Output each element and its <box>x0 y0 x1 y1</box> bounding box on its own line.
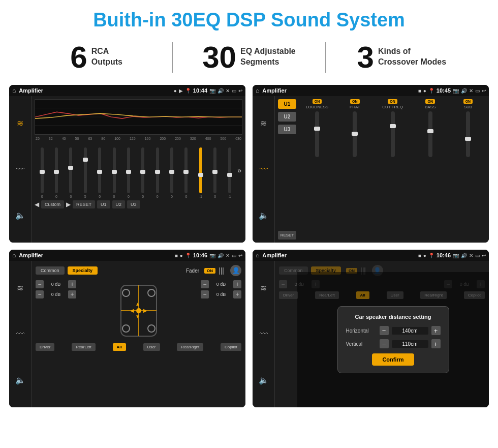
back-icon-4[interactable]: ↩ <box>482 253 486 258</box>
eq-slider-1[interactable]: 0 <box>36 147 48 198</box>
freq-400: 400 <box>205 137 211 140</box>
vertical-minus[interactable]: − <box>380 339 389 348</box>
bass-label: BASS <box>425 105 435 109</box>
eq-slider-4[interactable]: 5 <box>79 147 91 198</box>
db-plus-fr[interactable]: + <box>233 280 241 288</box>
wave-icon-4[interactable]: 〰 <box>260 330 268 339</box>
all-btn-3[interactable]: All <box>113 343 126 351</box>
confirm-button[interactable]: Confirm <box>372 353 414 366</box>
wave-icon-1[interactable]: 〰 <box>16 165 24 174</box>
eq-content-1: 25 32 40 50 63 80 100 125 160 200 250 32… <box>32 96 245 243</box>
eq-graph-svg <box>35 100 242 134</box>
status-icons-4: ■ ● 📍 10:46 📷 🔊 ✕ ▭ ↩ <box>418 252 486 258</box>
rearleft-btn-3[interactable]: RearLeft <box>72 343 96 351</box>
db-value-fl: 0 dB <box>46 282 66 287</box>
crossover-channels: ON LOUDNESS ON PHAT ON CUT FREQ ON BASS <box>299 99 486 240</box>
home-icon-4[interactable]: ⌂ <box>256 252 259 259</box>
left-sidebar-1: ≋ 〰 🔈 <box>9 96 32 243</box>
home-icon-2[interactable]: ⌂ <box>256 87 259 94</box>
eq-icon-1[interactable]: ≋ <box>17 118 23 128</box>
vertical-plus[interactable]: + <box>431 339 441 348</box>
eq-slider-11[interactable]: 0 <box>180 147 193 198</box>
eq-slider-9[interactable]: 0 <box>151 147 164 198</box>
wave-icon-2[interactable]: 〰 <box>260 165 268 174</box>
freq-25: 25 <box>36 137 40 140</box>
horizontal-plus[interactable]: + <box>431 326 441 335</box>
horizontal-value: 140cm <box>392 327 428 335</box>
u2-btn-1[interactable]: U2 <box>112 200 126 208</box>
u1-btn-2[interactable]: U1 <box>278 99 296 109</box>
eq-graph <box>35 99 242 135</box>
dot-icon-2: ■ <box>418 88 421 94</box>
db-minus-fr[interactable]: − <box>201 280 209 288</box>
horizontal-minus[interactable]: − <box>380 326 389 335</box>
copilot-btn-3[interactable]: Copilot <box>221 343 241 351</box>
expand-icon-1[interactable]: » <box>237 166 241 174</box>
rearright-btn-3[interactable]: RearRight <box>177 343 203 351</box>
back-icon-2[interactable]: ↩ <box>482 88 486 94</box>
db-value-rr: 0 dB <box>211 292 231 297</box>
vol-icon-2: 🔊 <box>461 88 467 94</box>
home-icon-3[interactable]: ⌂ <box>12 252 16 259</box>
freq-63: 63 <box>88 137 92 140</box>
speaker-icon-3[interactable]: 🔈 <box>15 375 25 385</box>
rearleft-btn-4[interactable]: RearLeft <box>315 291 339 299</box>
eq-slider-14[interactable]: -1 <box>223 147 236 198</box>
u1-btn-1[interactable]: U1 <box>97 200 110 208</box>
driver-btn-4[interactable]: Driver <box>279 291 298 299</box>
back-icon-3[interactable]: ↩ <box>238 253 242 258</box>
next-arrow-1[interactable]: ▶ <box>66 201 71 208</box>
db-minus-rr[interactable]: − <box>201 290 209 298</box>
freq-500: 500 <box>220 137 226 140</box>
status-icons-2: ■ ● 📍 10:45 📷 🔊 ✕ ▭ ↩ <box>418 87 486 94</box>
user-btn-4[interactable]: User <box>387 291 403 299</box>
custom-btn[interactable]: Custom <box>41 200 64 208</box>
eq-slider-3[interactable]: 0 <box>65 147 77 198</box>
copilot-btn-4[interactable]: Copilot <box>464 291 485 299</box>
screen1-title: Amplifier <box>19 87 171 94</box>
u3-btn-1[interactable]: U3 <box>127 200 140 208</box>
eq-slider-12[interactable]: -1 <box>194 147 207 198</box>
driver-btn-3[interactable]: Driver <box>36 343 54 351</box>
db-plus-rr[interactable]: + <box>233 290 241 298</box>
speaker-icon-4[interactable]: 🔈 <box>259 375 269 385</box>
svg-point-9 <box>122 325 130 332</box>
speaker-icon-1[interactable]: 🔈 <box>15 211 25 220</box>
u2-btn-2[interactable]: U2 <box>278 112 296 122</box>
eq-slider-2[interactable]: 0 <box>50 147 63 198</box>
db-minus-rl[interactable]: − <box>36 290 44 298</box>
user-btn-3[interactable]: User <box>143 343 160 351</box>
eq-icon-3[interactable]: ≋ <box>17 283 23 293</box>
specialty-tab-3[interactable]: Specialty <box>68 266 98 275</box>
u3-btn-2[interactable]: U3 <box>278 125 296 134</box>
svg-point-10 <box>148 325 155 332</box>
back-icon-1[interactable]: ↩ <box>238 88 242 94</box>
eq-slider-8[interactable]: 0 <box>137 147 149 198</box>
db-plus-fl[interactable]: + <box>68 280 76 288</box>
prev-arrow-1[interactable]: ◀ <box>35 201 39 208</box>
db-value-fr: 0 dB <box>211 282 231 287</box>
stat-text-crossover: Kinds ofCrossover Modes <box>378 42 446 68</box>
play-icon-1: ▶ <box>179 88 183 94</box>
eq-slider-6[interactable]: 0 <box>108 147 120 198</box>
home-icon-1[interactable]: ⌂ <box>12 87 16 94</box>
speaker-icon-2[interactable]: 🔈 <box>259 211 269 220</box>
eq-icon-2[interactable]: ≋ <box>260 118 267 128</box>
rearright-btn-4[interactable]: RearRight <box>420 291 447 299</box>
eq-slider-5[interactable]: 0 <box>94 147 106 198</box>
x-icon-1: ✕ <box>226 88 230 94</box>
freq-32: 32 <box>49 137 53 140</box>
fader-bottom-bar: Driver RearLeft All User RearRight Copil… <box>36 343 241 351</box>
db-plus-rl[interactable]: + <box>68 290 76 298</box>
db-minus-fl[interactable]: − <box>36 280 44 288</box>
all-btn-4[interactable]: All <box>356 291 369 299</box>
reset-btn-1[interactable]: RESET <box>73 200 95 208</box>
eq-icon-4[interactable]: ≋ <box>260 283 267 293</box>
fader-content: Common Specialty Fader ON ||| 👤 − 0 dB +… <box>32 261 245 407</box>
eq-slider-10[interactable]: 0 <box>165 147 178 198</box>
eq-slider-7[interactable]: 0 <box>122 147 135 198</box>
reset-btn-2[interactable]: RESET <box>278 231 296 240</box>
common-tab-3[interactable]: Common <box>36 266 65 275</box>
wave-icon-3[interactable]: 〰 <box>16 330 24 339</box>
eq-slider-13[interactable]: 0 <box>209 147 222 198</box>
